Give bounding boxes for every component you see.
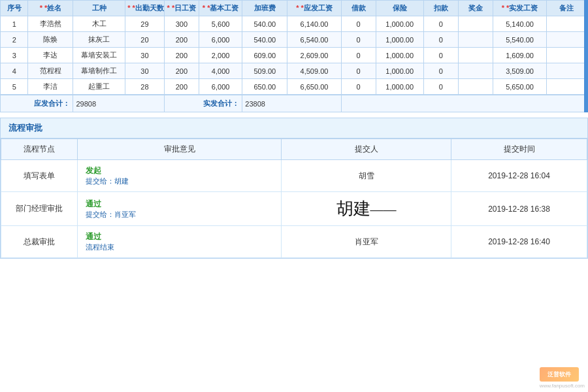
col-header-actual: *实发工资 [493,1,546,16]
col-header-daily: *日工资 [164,1,199,16]
table-cell: 540.00 [242,16,287,32]
table-cell [458,63,493,79]
table-cell: 1,000.00 [376,63,423,79]
table-cell: 李浩然 [28,16,73,32]
table-cell: 0 [341,16,376,32]
table-cell [458,48,493,63]
table-cell: 29 [125,16,165,32]
table-cell: 1,000.00 [376,32,423,48]
approval-col-node: 流程节点 [1,139,78,160]
table-cell: 0 [341,48,376,63]
table-cell: 李洁 [28,79,73,95]
table-row: 1李浩然木工293005,600540.006,140.0001,000.000… [1,16,586,32]
table-cell: 0 [423,48,458,63]
table-row: 4范程程幕墙制作工302004,000509.004,509.0001,000.… [1,63,586,79]
table-cell [458,16,493,32]
table-cell: 0 [423,79,458,95]
signature-text: 胡雪 [359,171,374,180]
signature-text: 胡建—— [336,197,397,220]
approval-row: 总裁审批通过流程结束肖亚军2019-12-28 16:40 [1,226,587,258]
table-cell: 509.00 [242,63,287,79]
table-cell: 抹灰工 [73,32,125,48]
approval-submit-time: 2019-12-28 16:04 [451,160,587,192]
table-cell: 200 [164,79,199,95]
approval-row: 填写表单发起提交给：胡建胡雪2019-12-28 16:04 [1,160,587,192]
approval-title: 流程审批 [1,118,587,139]
approval-submit-time: 2019-12-28 16:40 [451,226,587,258]
approval-signature: 胡建—— [282,192,451,226]
table-cell: 5,140.00 [493,16,546,32]
table-cell: 幕墙安装工 [73,48,125,63]
table-cell [547,32,586,48]
table-cell: 30 [125,48,165,63]
table-cell: 200 [164,63,199,79]
summary-actual-value: 23808 [242,95,341,112]
table-cell [547,63,586,79]
table-cell: 650.00 [242,79,287,95]
summary-actual-label: 实发合计： [164,95,242,112]
table-cell: 4 [1,63,28,79]
approval-col-time: 提交时间 [451,139,587,160]
table-cell: 5 [1,79,28,95]
approval-node: 部门经理审批 [1,192,78,226]
table-cell [458,79,493,95]
approval-table: 流程节点 审批意见 提交人 提交时间 填写表单发起提交给：胡建胡雪2019-12… [1,139,587,258]
table-cell: 6,000 [199,79,242,95]
approval-col-submitter: 提交人 [282,139,451,160]
col-header-insurance: 保险 [376,1,423,16]
table-cell: 陈焕 [28,32,73,48]
table-cell: 4,000 [199,63,242,79]
table-cell [458,32,493,48]
table-row: 3李达幕墙安装工302002,000609.002,609.0001,000.0… [1,48,586,63]
table-cell [547,16,586,32]
table-cell: 3,509.00 [493,63,546,79]
col-header-overtime: 加班费 [242,1,287,16]
table-cell: 6,650.00 [287,79,341,95]
table-cell: 木工 [73,16,125,32]
watermark-brand: 泛普软件 [547,370,571,379]
col-header-type: 工种 [73,1,125,16]
table-cell: 4,509.00 [287,63,341,79]
table-cell: 2 [1,32,28,48]
watermark: 泛普软件 www.fanpusoft.com [540,367,585,389]
salary-table: 序号 *姓名 工种 *出勤天数 *日工资 *基本工资 加班费 *应发工资 借款 … [0,0,586,112]
summary-should-value: 29808 [73,95,164,112]
table-cell: 0 [423,63,458,79]
table-cell: 0 [341,32,376,48]
watermark-logo: 泛普软件 [540,367,579,382]
table-cell: 6,000 [199,32,242,48]
table-row: 5李洁起重工282006,000650.006,650.0001,000.000… [1,79,586,95]
table-cell: 1 [1,16,28,32]
col-header-bonus: 奖金 [458,1,493,16]
table-cell: 1,000.00 [376,48,423,63]
table-cell: 609.00 [242,48,287,63]
table-cell: 1,609.00 [493,48,546,63]
table-cell: 0 [341,79,376,95]
table-cell: 540.00 [242,32,287,48]
table-cell: 0 [423,16,458,32]
summary-should-label: 应发合计： [1,95,73,112]
table-cell: 20 [125,32,165,48]
col-header-name: *姓名 [28,1,73,16]
table-cell: 200 [164,32,199,48]
approval-col-opinion: 审批意见 [78,139,282,160]
table-cell: 6,540.00 [287,32,341,48]
table-cell: 5,650.00 [493,79,546,95]
table-cell: 6,140.00 [287,16,341,32]
approval-section: 流程审批 流程节点 审批意见 提交人 提交时间 填写表单发起提交给：胡建胡雪20… [0,118,588,259]
approval-opinion: 通过提交给：肖亚军 [78,192,282,226]
col-header-seq: 序号 [1,1,28,16]
table-cell: 3 [1,48,28,63]
table-cell: 2,609.00 [287,48,341,63]
col-header-should: *应发工资 [287,1,341,16]
approval-node: 总裁审批 [1,226,78,258]
table-cell [547,48,586,63]
table-cell: 1,000.00 [376,79,423,95]
table-cell: 30 [125,63,165,79]
table-row: 2陈焕抹灰工202006,000540.006,540.0001,000.000… [1,32,586,48]
table-cell: 范程程 [28,63,73,79]
approval-submit-time: 2019-12-28 16:38 [451,192,587,226]
table-cell: 28 [125,79,165,95]
table-cell: 0 [341,63,376,79]
scroll-bar[interactable] [584,0,586,112]
